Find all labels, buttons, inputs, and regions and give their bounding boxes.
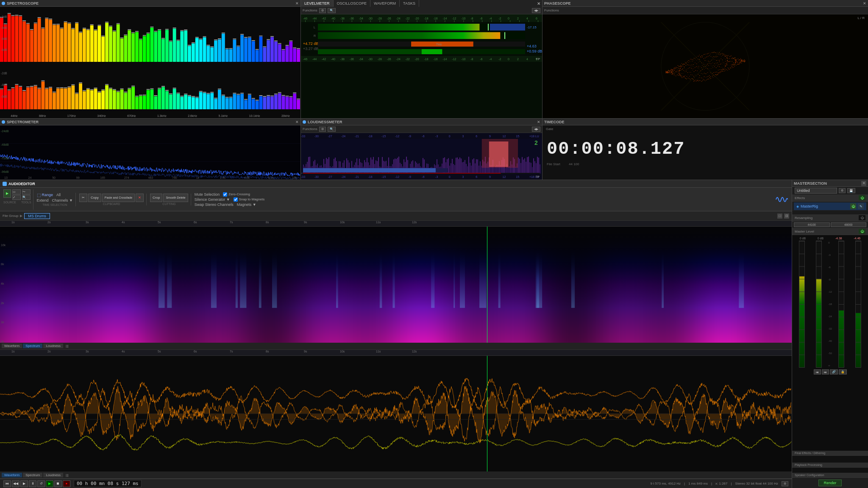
lm-func-btn-2[interactable]: 🔍 — [328, 8, 336, 13]
master-level-label: Master Level — [795, 230, 814, 233]
smooth-delete-btn[interactable]: Smooth Delete — [163, 194, 188, 202]
toolbar-extend-btn[interactable]: ⤢ — [12, 195, 21, 200]
master-save-btn[interactable]: 💾 — [847, 188, 855, 193]
track-tab-extra-bottom: ||| — [66, 473, 68, 477]
close-btn[interactable]: ✕ — [863, 1, 866, 6]
tab-oscilloscope[interactable]: OSCILLOSCOPE — [334, 0, 371, 7]
magnets-btn[interactable]: Magnets ▼ — [237, 202, 256, 207]
track-tab-extra-top: ||| — [66, 344, 68, 348]
waveform-track-content[interactable] — [0, 356, 792, 472]
v-meter-3-canvas — [839, 241, 844, 367]
transport-pause[interactable]: ⏸ — [29, 480, 36, 487]
spectroscope-content: 44Hz88Hz170Hz 340Hz670Hz1.3kHz 2.6kHz5.1… — [0, 7, 300, 118]
master-next-btn[interactable]: ⏭ — [822, 369, 829, 374]
time-selection-label: TIME SELECTION — [37, 203, 73, 206]
master-settings-btn[interactable]: ⚙ — [839, 188, 846, 193]
delete-btn[interactable]: ✕ — [136, 194, 144, 202]
render-button[interactable]: Render — [818, 480, 842, 486]
masterrig-edit-btn[interactable]: ✎ — [858, 203, 864, 209]
menu-all[interactable]: All — [56, 193, 61, 197]
loudness-expand-btn[interactable]: ◀▶ — [532, 127, 540, 132]
collapse-btn[interactable]: □ — [777, 214, 782, 219]
final-effects-header: Final Effects / Dithering — [792, 451, 868, 456]
loudness-canvas — [301, 133, 542, 180]
loudness-func-btn-1[interactable]: ⚙ — [319, 127, 326, 132]
maximize-btn[interactable]: ⊡ — [784, 214, 789, 219]
transport-loop[interactable]: ↺ — [37, 480, 45, 487]
track-tab-loudness-top[interactable]: Loudness — [43, 344, 63, 348]
menu-channels[interactable]: Channels ▼ — [52, 198, 73, 202]
final-effects-label: Final Effects / Dithering — [795, 452, 825, 455]
master-close-btn[interactable]: ✕ — [861, 181, 866, 186]
close-btn[interactable]: ✕ — [535, 1, 542, 6]
masterrig-power-btn[interactable]: ⏻ — [850, 203, 856, 209]
master-db-labels: 0 dB 0 dB -4.38 -4.46 — [794, 237, 866, 240]
toolbar-cutting: Crop Smooth Delete CUTTING — [147, 194, 191, 205]
master-level-power-btn[interactable]: ⏻ — [859, 229, 865, 234]
transport-skip-start[interactable]: ⏮ — [3, 480, 11, 487]
close-btn[interactable]: ✕ — [295, 120, 299, 124]
timeline-marks-top: 1s 2s 3s 4s 5s 6s 7s 8s 9s 10s 11s 12s — [1, 221, 791, 226]
spectrum-track-content[interactable] — [0, 227, 792, 343]
loudness-func-btn-2[interactable]: 🔍 — [328, 127, 336, 132]
phasescope-titlebar: PHASESCOPE ✕ — [542, 0, 868, 7]
transport-prev[interactable]: ◀◀ — [12, 480, 19, 487]
track-tab-waveform-top[interactable]: Waveform — [2, 344, 22, 348]
snap-magnets-label: Snap to Magnets — [239, 197, 264, 201]
tab-waveform[interactable]: WAVEFORM — [370, 0, 400, 7]
copy-btn[interactable]: Copy — [88, 194, 101, 202]
mute-selection-btn[interactable]: Mute Selection — [195, 192, 220, 197]
master-section: MASTERSECTION ✕ ⚙ 💾 Effects ⏻ ◈ MasterRi… — [792, 180, 868, 488]
untitled-row: ⚙ 💾 — [792, 187, 868, 194]
resampling-power-btn[interactable]: ⏻ — [859, 215, 865, 220]
close-btn[interactable]: ✕ — [537, 120, 540, 124]
menu-range[interactable]: ⬚ Range — [37, 193, 53, 197]
timecode-time-value: 44 100 — [569, 162, 579, 166]
loudnessmeter-icon — [303, 120, 306, 124]
status-settings-btn[interactable]: ⚙ — [782, 481, 788, 486]
toolbar-wave-btn[interactable]: 〜 — [22, 189, 31, 194]
zero-crossing-checkbox[interactable] — [223, 192, 227, 197]
snap-magnets-checkbox[interactable] — [234, 197, 238, 202]
transport-stop[interactable]: ⏹ — [54, 480, 62, 487]
tab-levelmeter[interactable]: LEVELMETER — [301, 0, 334, 7]
file-tab-ms-drums[interactable]: MS Drums — [24, 213, 50, 219]
track-tab-waveform-bottom[interactable]: Waveform — [2, 473, 22, 477]
status-sep3: | — [731, 482, 732, 485]
toolbar-right-row1: Mute Selection Zero-Crossing — [195, 192, 770, 197]
track-tab-spectrum-top[interactable]: Spectrum — [23, 344, 42, 348]
effects-power-btn[interactable]: ⏻ — [859, 195, 865, 200]
timecode-file-start: File Start — [547, 162, 560, 166]
toolbar-labels: SOURCE TOOLS — [3, 201, 31, 204]
lm-functions-label: Functions — [303, 8, 317, 12]
resampling-btn2[interactable]: 48000 — [831, 222, 867, 227]
master-prev-btn[interactable]: ⏮ — [814, 369, 821, 374]
swap-stereo-btn[interactable]: Swap Stereo Channels — [195, 202, 234, 207]
transport-play2[interactable]: ▶ — [46, 480, 53, 487]
transport-play[interactable]: ▶ — [20, 480, 28, 487]
master-link-btn[interactable]: 🔗 — [830, 369, 838, 374]
track-tab-spectrum-bottom[interactable]: Spectrum — [23, 473, 42, 477]
close-btn[interactable]: ✕ — [295, 1, 299, 6]
toolbar-project-btn[interactable]: ▶ — [3, 189, 11, 198]
toolbar-zoom-btn[interactable]: 🔍 — [22, 195, 31, 200]
masterrig-row[interactable]: ◈ MasterRig ⏻ ✎ — [794, 202, 866, 210]
v-meter-2-track — [816, 241, 822, 368]
toolbar-range-btn[interactable]: ▭ — [12, 189, 21, 194]
loudness-functions-bar: Functions ⚙ 🔍 ◀▶ — [301, 125, 542, 133]
transport-record[interactable]: ● — [63, 480, 70, 487]
waveform-track-canvas — [0, 356, 792, 472]
crop-btn[interactable]: Crop — [150, 194, 162, 202]
untitled-input[interactable] — [795, 188, 837, 194]
silence-gen-btn[interactable]: Silence Generator ▼ — [195, 197, 230, 202]
tab-tasks[interactable]: TASKS — [400, 0, 419, 7]
master-lock-btn[interactable]: 🔒 — [839, 369, 847, 374]
resampling-btn1[interactable]: 44100 — [794, 222, 830, 227]
track-tab-loudness-bottom[interactable]: Loudness — [43, 473, 63, 477]
v-meter-scale: 0 -3 -6 -9 -12 -18 -24 -32 -40 -50 ∞ — [828, 241, 832, 368]
lm-func-btn-1[interactable]: ⚙ — [319, 8, 326, 13]
menu-extend[interactable]: Extend — [37, 198, 49, 202]
cut-btn[interactable]: ✂ — [79, 194, 87, 202]
lm-expand-btn[interactable]: ◀▶ — [532, 8, 540, 13]
paste-btn[interactable]: Paste and Crossfade — [102, 194, 135, 202]
